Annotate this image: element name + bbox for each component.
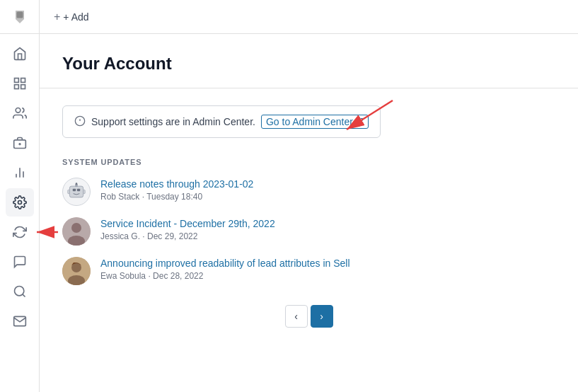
sidebar-item-email[interactable] xyxy=(6,307,34,335)
page-title: Your Account xyxy=(62,54,555,74)
svg-rect-1 xyxy=(14,79,18,83)
update-info: Announcing improved readability of lead … xyxy=(100,257,555,281)
messages-icon xyxy=(13,255,27,269)
sidebar-item-search-people[interactable] xyxy=(6,277,34,306)
svg-rect-0 xyxy=(16,11,23,18)
svg-rect-24 xyxy=(68,190,70,193)
update-meta: Jessica G. · Dec 29, 2022 xyxy=(100,231,555,241)
robot-avatar-icon xyxy=(67,182,86,202)
pagination: ‹ › xyxy=(62,305,555,328)
sidebar-item-home[interactable] xyxy=(6,40,34,68)
update-title[interactable]: Service Incident - December 29th, 2022 xyxy=(100,218,275,229)
page-header: Your Account xyxy=(40,34,578,88)
system-updates-section: SYSTEM UPDATES xyxy=(62,158,555,328)
sidebar-nav xyxy=(0,34,39,335)
sidebar-item-organizations[interactable] xyxy=(6,129,34,157)
update-meta: Ewa Sobula · Dec 28, 2022 xyxy=(100,271,555,281)
settings-icon xyxy=(13,195,27,209)
admin-link-label: Go to Admin Center xyxy=(266,116,353,127)
svg-rect-4 xyxy=(21,85,25,89)
sidebar-item-reports[interactable] xyxy=(6,158,34,187)
info-text: Support settings are in Admin Center. xyxy=(91,116,255,127)
svg-rect-2 xyxy=(21,79,25,83)
svg-rect-3 xyxy=(14,85,18,89)
update-title[interactable]: Announcing improved readability of lead … xyxy=(100,258,350,269)
updates-list: Release notes through 2023-01-02 Rob Sta… xyxy=(62,178,555,285)
svg-line-18 xyxy=(359,119,363,123)
update-meta: Rob Stack · Tuesday 18:40 xyxy=(100,192,555,202)
svg-point-13 xyxy=(14,287,23,296)
sidebar-item-views[interactable] xyxy=(6,69,34,98)
update-info: Release notes through 2023-01-02 Rob Sta… xyxy=(100,178,555,202)
svg-rect-25 xyxy=(83,190,86,193)
avatar xyxy=(62,257,91,285)
sidebar-item-automation[interactable] xyxy=(6,218,34,246)
home-icon xyxy=(13,47,27,61)
svg-rect-20 xyxy=(73,189,76,192)
next-page-button[interactable]: › xyxy=(311,305,333,328)
svg-rect-21 xyxy=(77,189,80,192)
list-item: Release notes through 2023-01-02 Rob Sta… xyxy=(62,178,555,206)
search-people-icon xyxy=(13,284,27,299)
info-icon xyxy=(74,115,86,129)
reports-icon xyxy=(13,166,27,180)
email-icon xyxy=(13,314,27,328)
topbar: + + Add xyxy=(40,0,578,34)
sidebar xyxy=(0,0,40,392)
svg-line-14 xyxy=(22,294,25,297)
jessica-avatar xyxy=(62,217,91,246)
logo-icon xyxy=(11,8,28,25)
prev-page-button[interactable]: ‹ xyxy=(285,305,308,328)
svg-point-5 xyxy=(16,108,21,113)
organizations-icon xyxy=(13,136,27,150)
contacts-icon xyxy=(13,106,27,120)
admin-center-link[interactable]: Go to Admin Center xyxy=(261,115,369,129)
plus-icon: + xyxy=(54,11,60,23)
svg-point-27 xyxy=(71,223,81,233)
svg-point-23 xyxy=(76,183,78,185)
list-item: Announcing improved readability of lead … xyxy=(62,257,555,285)
svg-rect-19 xyxy=(69,186,83,197)
views-icon xyxy=(13,76,27,91)
content-area: Your Account Support settings are in Adm… xyxy=(40,34,578,392)
avatar xyxy=(62,217,91,246)
update-title[interactable]: Release notes through 2023-01-02 xyxy=(100,178,253,190)
main-content: + + Add Your Account Support settings ar… xyxy=(40,0,578,392)
info-banner: Support settings are in Admin Center. Go… xyxy=(62,105,381,138)
content-body: Support settings are in Admin Center. Go… xyxy=(40,88,578,345)
add-button[interactable]: + + Add xyxy=(54,11,89,23)
external-link-icon xyxy=(355,117,364,126)
list-item: Service Incident - December 29th, 2022 J… xyxy=(62,217,555,246)
avatar xyxy=(62,178,91,206)
sidebar-item-contacts[interactable] xyxy=(6,99,34,127)
sidebar-item-messages[interactable] xyxy=(6,248,34,276)
logo[interactable] xyxy=(0,0,40,34)
ewa-avatar xyxy=(62,257,91,285)
update-info: Service Incident - December 29th, 2022 J… xyxy=(100,217,555,241)
automation-icon xyxy=(13,225,27,239)
section-heading: SYSTEM UPDATES xyxy=(62,158,555,166)
sidebar-item-settings[interactable] xyxy=(6,188,34,217)
add-label: + Add xyxy=(63,11,88,23)
svg-point-12 xyxy=(18,201,21,204)
